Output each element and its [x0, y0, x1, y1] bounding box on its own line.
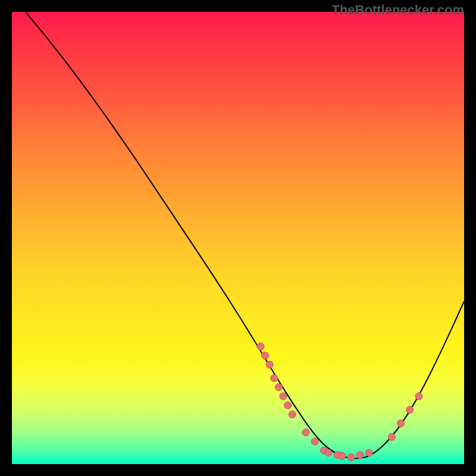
data-marker [406, 406, 414, 414]
data-marker [325, 449, 332, 456]
data-marker [311, 438, 318, 445]
bottleneck-curve [26, 12, 464, 459]
data-marker [339, 452, 346, 459]
data-marker [284, 402, 292, 409]
data-marker [388, 433, 395, 440]
data-marker [275, 384, 282, 391]
data-markers [257, 343, 422, 461]
data-marker [302, 429, 309, 436]
watermark-text: TheBottlenecker.com [331, 2, 464, 18]
data-marker [262, 352, 269, 359]
data-marker [280, 393, 287, 400]
data-marker [347, 454, 355, 461]
data-marker [289, 411, 296, 418]
plot-area [12, 12, 464, 464]
data-marker [356, 452, 364, 459]
data-marker [271, 375, 278, 382]
data-marker [397, 420, 405, 427]
data-marker [266, 361, 273, 368]
data-marker [257, 343, 264, 350]
chart-svg [12, 12, 464, 464]
data-marker [365, 449, 372, 456]
data-marker [415, 393, 422, 400]
